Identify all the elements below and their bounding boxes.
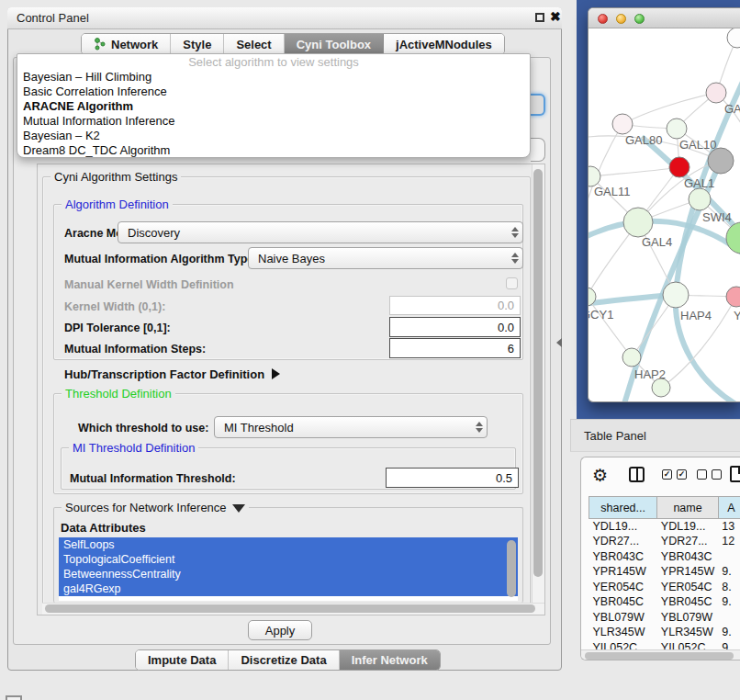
tab-network[interactable]: Network bbox=[82, 34, 171, 54]
mi-algorithm-type-combo[interactable]: Naive Bayes bbox=[248, 247, 523, 269]
network-node[interactable] bbox=[727, 28, 740, 48]
zoom-traffic-icon[interactable] bbox=[634, 14, 645, 24]
which-threshold-combo[interactable]: MI Threshold bbox=[214, 416, 488, 438]
network-node-swi4[interactable] bbox=[689, 188, 711, 210]
mi-steps-field[interactable]: 6 bbox=[389, 338, 521, 358]
hub-definition-toggle[interactable]: Hub/Transcription Factor Definition bbox=[64, 367, 280, 381]
settings-vscrollbar-thumb[interactable] bbox=[533, 169, 543, 577]
network-node-gal10[interactable] bbox=[667, 119, 687, 139]
table-hscrollbar-track[interactable] bbox=[581, 649, 740, 660]
network-node[interactable] bbox=[708, 148, 734, 174]
network-node-gal[interactable] bbox=[706, 83, 726, 103]
data-attributes-list[interactable]: SelfLoopsTopologicalCoefficientBetweenne… bbox=[59, 537, 518, 601]
table-row[interactable]: YDL19...YDL19...13 bbox=[589, 519, 740, 535]
node-table-container: ⚙ ✓ ✓ shared... name A YDL19...YDL19...1… bbox=[580, 457, 740, 660]
apply-button[interactable]: Apply bbox=[248, 620, 312, 640]
settings-hscrollbar-thumb[interactable] bbox=[45, 604, 535, 613]
network-edge[interactable] bbox=[622, 93, 716, 124]
tab-cyni-toolbox[interactable]: Cyni Toolbox bbox=[285, 34, 384, 54]
unchecked-checkbox-icon[interactable] bbox=[697, 469, 707, 480]
float-window-icon[interactable] bbox=[535, 13, 544, 22]
mi-threshold-field[interactable]: 0.5 bbox=[386, 468, 519, 488]
network-edge[interactable] bbox=[590, 167, 679, 176]
dpi-tolerance-field[interactable]: 0.0 bbox=[389, 317, 521, 337]
network-node-y[interactable] bbox=[726, 287, 740, 307]
collapsed-panel-icon[interactable] bbox=[6, 695, 22, 700]
network-node-hap2[interactable] bbox=[622, 348, 641, 367]
close-traffic-icon[interactable] bbox=[598, 14, 608, 24]
algorithm-option[interactable]: Bayesian – Hill Climbing bbox=[17, 70, 530, 85]
network-node-gal80[interactable] bbox=[612, 114, 633, 134]
attribute-list-item[interactable]: TopologicalCoefficient bbox=[59, 552, 518, 567]
attributes-list-scrollbar[interactable] bbox=[507, 540, 516, 597]
checked-checkbox-icon[interactable]: ✓ bbox=[662, 469, 672, 480]
network-icon bbox=[94, 38, 107, 51]
hidden-algorithm-combo-fragment bbox=[529, 94, 545, 116]
kernel-width-field[interactable]: 0.0 bbox=[389, 296, 521, 315]
tab-select[interactable]: Select bbox=[224, 34, 284, 54]
close-icon[interactable]: ✖ bbox=[550, 11, 561, 23]
network-node-gal4[interactable] bbox=[623, 208, 653, 237]
combo-arrows-icon bbox=[511, 227, 519, 238]
hidden-table-combo-fragment bbox=[531, 138, 545, 162]
sources-toggle[interactable]: Sources for Network Inference bbox=[62, 501, 249, 514]
table-row[interactable]: YLR345WYLR345W9. bbox=[589, 625, 740, 640]
network-node[interactable] bbox=[726, 222, 740, 254]
network-node-gal11[interactable] bbox=[589, 166, 600, 186]
network-node[interactable] bbox=[652, 378, 670, 397]
column-header-shared-name[interactable]: shared... bbox=[589, 497, 657, 519]
column-header-third[interactable]: A bbox=[718, 497, 740, 519]
attribute-list-item[interactable]: gal4RGexp bbox=[59, 581, 518, 596]
tab-jactivemnodules[interactable]: jActiveMNodules bbox=[384, 34, 504, 54]
unchecked-checkbox-icon[interactable] bbox=[712, 469, 722, 480]
table-row[interactable]: YBR045CYBR045C9. bbox=[589, 594, 740, 610]
algorithm-dropdown-list: Select algorithm to view settings Bayesi… bbox=[17, 53, 531, 158]
tab-style[interactable]: Style bbox=[171, 34, 224, 54]
network-edge[interactable] bbox=[589, 297, 632, 357]
table-hscrollbar-thumb[interactable] bbox=[585, 652, 734, 660]
aracne-mode-combo[interactable]: Discovery bbox=[118, 221, 523, 243]
algorithm-option[interactable]: Dream8 DC_TDC Algorithm bbox=[17, 143, 530, 158]
algorithm-definition-title: Algorithm Definition bbox=[62, 198, 173, 211]
network-node-label: HAP4 bbox=[680, 309, 712, 322]
tab-impute-data[interactable]: Impute Data bbox=[136, 650, 229, 670]
tab-discretize-data[interactable]: Discretize Data bbox=[229, 650, 339, 670]
algorithm-option[interactable]: Basic Correlation Inference bbox=[17, 85, 530, 99]
network-node-gal1[interactable] bbox=[669, 157, 690, 177]
table-row[interactable]: YPR145WYPR145W9. bbox=[589, 564, 740, 580]
dpi-tolerance-label: DPI Tolerance [0,1]: bbox=[64, 322, 171, 334]
tab-infer-network[interactable]: Infer Network bbox=[340, 650, 440, 670]
table-row[interactable]: YBR043CYBR043C bbox=[589, 549, 740, 565]
checked-checkbox-icon[interactable]: ✓ bbox=[677, 469, 687, 480]
combo-arrows-icon bbox=[511, 253, 519, 264]
columns-icon[interactable] bbox=[629, 467, 645, 482]
network-node-hap4[interactable] bbox=[663, 282, 689, 308]
attribute-list-item[interactable]: SelfLoops bbox=[59, 537, 518, 552]
minimize-traffic-icon[interactable] bbox=[616, 14, 626, 24]
mi-algorithm-type-label: Mutual Information Algorithm Type: bbox=[64, 253, 257, 265]
table-toolbar: ⚙ ✓ ✓ bbox=[581, 457, 740, 494]
table-row[interactable]: YER054CYER054C8. bbox=[589, 580, 740, 595]
data-attributes-label: Data Attributes bbox=[61, 521, 146, 535]
network-window-titlebar[interactable] bbox=[589, 8, 740, 28]
table-row[interactable]: YBL079WYBL079W bbox=[589, 610, 740, 626]
algorithm-dropdown-prompt: Select algorithm to view settings bbox=[17, 54, 530, 70]
bottom-tab-bar: Impute Data Discretize Data Infer Networ… bbox=[135, 649, 441, 671]
algorithm-option[interactable]: Bayesian – K2 bbox=[17, 129, 530, 143]
split-divider-arrow-icon[interactable] bbox=[556, 338, 562, 347]
attribute-list-item[interactable]: BetweennessCentrality bbox=[59, 567, 518, 581]
algorithm-option[interactable]: Mutual Information Inference bbox=[17, 114, 530, 129]
manual-kernel-width-checkbox[interactable] bbox=[506, 277, 518, 289]
network-node-label: GAL bbox=[724, 102, 740, 116]
control-panel-titlebar bbox=[7, 7, 562, 29]
combo-arrows-icon bbox=[476, 422, 483, 433]
node-table: shared... name A YDL19...YDL19...13YDR27… bbox=[589, 496, 740, 655]
table-row[interactable]: YDR27...YDR27...12 bbox=[589, 534, 740, 549]
network-canvas[interactable]: GALGAL80GAL10GAL1GAL11SWI4GAL4GCY1HAP4YH… bbox=[589, 28, 740, 402]
network-window: GALGAL80GAL10GAL1GAL11SWI4GAL4GCY1HAP4YH… bbox=[588, 7, 740, 402]
chevron-right-icon bbox=[272, 368, 280, 379]
column-header-name[interactable]: name bbox=[657, 497, 718, 519]
algorithm-option[interactable]: ARACNE Algorithm bbox=[17, 99, 530, 114]
gear-icon[interactable]: ⚙ bbox=[592, 465, 608, 486]
table-function-icon[interactable] bbox=[730, 466, 740, 482]
